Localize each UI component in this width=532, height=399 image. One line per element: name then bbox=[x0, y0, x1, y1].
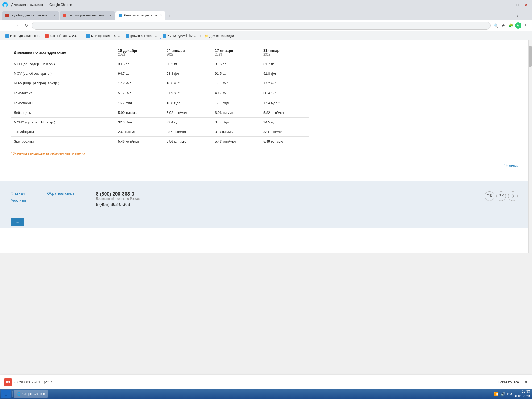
social-ok-icon[interactable]: OK bbox=[485, 191, 494, 201]
back-to-top-button[interactable]: ^ Наверх bbox=[0, 161, 528, 170]
column-header-jan31: 31 января 2023 bbox=[260, 46, 309, 59]
cell-name: Гемоглобин bbox=[11, 98, 115, 108]
footer-phone1-sub: Бесплатный звонок по России bbox=[96, 197, 140, 201]
tab-close-button[interactable]: ✕ bbox=[160, 14, 162, 17]
bookmark-label: Исследование Гор... bbox=[10, 34, 40, 38]
column-header-jan17: 17 января 2023 bbox=[212, 46, 260, 59]
bookmark-growth-hormone[interactable]: growth hormone |... bbox=[123, 33, 160, 39]
footer-action-button[interactable]: ... bbox=[11, 218, 24, 226]
table-header-row: Динамика по исследованию 18 декабря 2022… bbox=[11, 46, 309, 59]
bookmark-favicon bbox=[163, 34, 166, 38]
footer-links: Главная Анализы bbox=[11, 191, 26, 202]
bookmark-other[interactable]: 📁 Другие закладки bbox=[202, 33, 236, 39]
bookmark-human-growth[interactable]: Human growth hor... bbox=[160, 33, 198, 39]
cell-value: 31.7 пг bbox=[260, 59, 309, 69]
download-item-pdf: PDF 800283003_23471....pdf ∧ bbox=[4, 378, 52, 386]
extension-icon[interactable]: 🧩 bbox=[508, 22, 514, 29]
table-row: Лейкоциты5.90 тыс/мкл5.92 тыс/мкл6.96 ты… bbox=[11, 108, 309, 118]
cell-value: 93.3 фл bbox=[163, 69, 212, 78]
cell-name: Гематокрит bbox=[11, 88, 115, 98]
column-header-jan4: 04 января 2023 bbox=[163, 46, 212, 59]
back-button[interactable]: ← bbox=[3, 22, 11, 29]
cell-value: 5.90 тыс/мкл bbox=[115, 108, 163, 118]
cell-value: 6.96 тыс/мкл bbox=[212, 108, 260, 118]
taskbar-separator bbox=[12, 391, 13, 397]
bookmark-label: growth hormone |... bbox=[130, 34, 158, 38]
social-vk-icon[interactable]: ВК bbox=[496, 191, 506, 201]
footer-contact: 8 (800) 200-363-0 Бесплатный звонок по Р… bbox=[96, 191, 140, 207]
cell-name: MCV (ср. объем эритр.) bbox=[11, 69, 115, 78]
table-row: МСНС (ср. конц. Hb в эр.)32.3 г/дл32.4 г… bbox=[11, 118, 309, 127]
main-content: Динамика по исследованию 18 декабря 2022… bbox=[0, 40, 319, 161]
tab-bodybuilding[interactable]: Бодибилдинг форум Anal... ✕ bbox=[2, 11, 59, 20]
tab-favicon bbox=[63, 14, 66, 17]
footer-inner: Главная Анализы Обратная связь 8 (800) 2… bbox=[11, 191, 518, 207]
bookmark-issledovanie[interactable]: Исследование Гор... bbox=[3, 33, 42, 39]
footer-link-home[interactable]: Главная bbox=[11, 191, 26, 196]
taskbar-item-label: Google Chrome bbox=[22, 392, 45, 396]
address-bar: ← → ↻ 🔍 ★ 🧩 V ⋮ bbox=[0, 20, 532, 31]
cell-name: МСН (ср. содер. Hb в эр.) bbox=[11, 59, 115, 69]
new-tab-button[interactable]: + bbox=[166, 12, 173, 20]
maximize-button[interactable]: □ bbox=[514, 1, 521, 9]
column-date: 31 января bbox=[263, 48, 282, 53]
star-icon[interactable]: ★ bbox=[500, 22, 506, 29]
cell-value: 5.43 млн/мкл bbox=[212, 137, 260, 146]
footer-link-analyses[interactable]: Анализы bbox=[11, 198, 26, 202]
taskbar-item-icon: 🌐 bbox=[17, 392, 21, 396]
column-date: 18 декабря bbox=[118, 48, 138, 53]
cell-value: 17.1 г/дл bbox=[212, 98, 260, 108]
start-button[interactable]: ⊞ bbox=[1, 390, 11, 398]
column-year: 2023 bbox=[263, 53, 305, 56]
minimize-button[interactable]: ─ bbox=[505, 1, 513, 9]
tab-close-button[interactable]: ✕ bbox=[53, 14, 56, 17]
footer-feedback-link[interactable]: Обратная связь bbox=[47, 191, 74, 196]
results-table: Динамика по исследованию 18 декабря 2022… bbox=[11, 46, 309, 146]
footer-bottom: ... bbox=[0, 215, 528, 228]
download-arrow-icon[interactable]: ∧ bbox=[51, 381, 52, 384]
tab-favicon bbox=[119, 14, 122, 17]
download-bar: PDF 800283003_23471....pdf ∧ Показать вс… bbox=[0, 375, 532, 389]
page-scroll-area[interactable]: Динамика по исследованию 18 декабря 2022… bbox=[0, 40, 528, 253]
window-title: Динамика результатов — Google Chrome bbox=[9, 3, 504, 7]
cell-value: 16.7 г/дл bbox=[115, 98, 163, 108]
bookmark-label: Мой профиль - UF... bbox=[91, 34, 121, 38]
bookmark-kak[interactable]: Как выбрать ОФЗ... bbox=[43, 33, 81, 39]
cell-value: 17.2 % * bbox=[260, 78, 309, 88]
cell-name: Лейкоциты bbox=[11, 108, 115, 118]
footnote: * Значения выходящие за референсные знач… bbox=[11, 152, 309, 155]
cell-value: 16.6 % * bbox=[163, 78, 212, 88]
pdf-icon: PDF bbox=[4, 378, 12, 386]
zoom-icon[interactable]: 🔍 bbox=[493, 22, 499, 29]
tab-results[interactable]: Динамика результатов ✕ bbox=[115, 11, 165, 20]
cell-value: 313 тыс/мкл bbox=[212, 127, 260, 137]
tab-close-button[interactable]: ✕ bbox=[109, 14, 112, 17]
footer-social: OK ВК ✈ bbox=[485, 191, 518, 201]
tray-lang[interactable]: RU bbox=[507, 392, 512, 396]
tab-scroll-left[interactable]: ‹ bbox=[514, 12, 521, 20]
scrollbar-thumb[interactable] bbox=[529, 46, 532, 67]
taskbar-item-chrome[interactable]: 🌐 Google Chrome bbox=[14, 390, 48, 398]
download-bar-close-button[interactable]: ✕ bbox=[524, 380, 528, 385]
cell-value: 91.8 фл bbox=[260, 69, 309, 78]
profile-icon[interactable]: V bbox=[515, 22, 521, 29]
social-telegram-icon[interactable]: ✈ bbox=[508, 191, 518, 201]
toolbar-icons: 🔍 ★ 🧩 V ⋮ bbox=[493, 22, 529, 29]
address-input[interactable] bbox=[32, 22, 491, 30]
menu-icon[interactable]: ⋮ bbox=[522, 22, 529, 29]
tab-territory[interactable]: Территория — смотреть... ✕ bbox=[60, 11, 115, 20]
table-row: Гемоглобин16.7 г/дл16.8 г/дл17.1 г/дл17.… bbox=[11, 98, 309, 108]
cell-value: 34.5 г/дл bbox=[260, 118, 309, 127]
footer-phone2: 8 (495) 363-0-363 bbox=[96, 202, 140, 207]
cell-value: 16.8 г/дл bbox=[163, 98, 212, 108]
reload-button[interactable]: ↻ bbox=[22, 22, 30, 29]
cell-value: 17.2 % * bbox=[115, 78, 163, 88]
cell-name: МСНС (ср. конц. Hb в эр.) bbox=[11, 118, 115, 127]
cell-value: 324 тыс/мкл bbox=[260, 127, 309, 137]
forward-button[interactable]: → bbox=[13, 22, 20, 29]
tab-scroll-right[interactable]: › bbox=[522, 12, 530, 20]
show-all-downloads-button[interactable]: Показать все bbox=[496, 379, 521, 385]
close-button[interactable]: ✕ bbox=[522, 1, 530, 9]
bookmark-moy-profil[interactable]: Мой профиль - UF... bbox=[84, 33, 123, 39]
tray-date-value: 31.01.2023 bbox=[514, 394, 530, 398]
